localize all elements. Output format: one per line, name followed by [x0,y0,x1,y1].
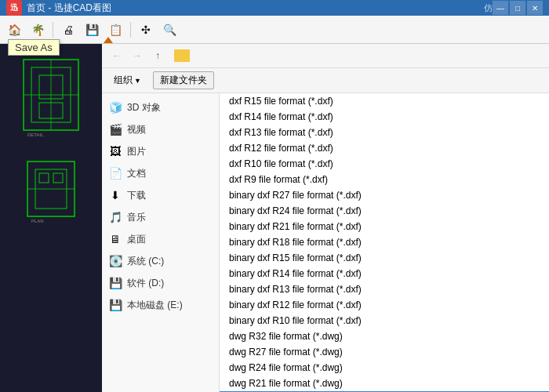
close-button[interactable]: ✕ [527,1,543,15]
file-list[interactable]: dxf R15 file format (*.dxf)dxf R14 file … [220,93,549,392]
main-body: DETAIL PLAN ← → ↑ [0,44,549,392]
organize-chevron-icon: ▼ [134,77,141,85]
toolbar-separator [53,22,53,38]
current-folder-icon [174,49,190,62]
window-title: 首页 - 迅捷CAD看图 [27,2,478,15]
sidebar-item-3d[interactable]: 🧊 3D 对象 [102,96,219,118]
video-icon: 🎬 [108,122,122,136]
cad-drawing-top: DETAIL [12,52,90,138]
file-list-item[interactable]: dxf R10 file format (*.dxf) [220,156,549,172]
forward-button[interactable]: → [129,47,146,64]
app-icon: 迅 [6,0,22,16]
nav-bar: ← → ↑ [102,44,549,68]
file-list-item[interactable]: binary dxf R13 file format (*.dxf) [220,281,549,297]
up-button[interactable]: ↑ [149,47,166,64]
file-list-item[interactable]: dwg R21 file format (*.dwg) [220,376,549,391]
file-list-item[interactable]: dwg R27 file format (*.dwg) [220,344,549,360]
cad-drawing-bottom: PLAN [12,154,90,224]
file-list-item[interactable]: binary dxf R27 file format (*.dxf) [220,187,549,203]
title-buttons: — □ ✕ [493,1,543,15]
new-folder-button[interactable]: 新建文件夹 [153,71,214,89]
toolbar-separator2 [130,22,131,38]
download-icon: ⬇ [108,188,122,202]
home-button[interactable]: 🏠 [3,19,25,41]
file-list-item[interactable]: binary dxf R12 file format (*.dxf) [220,297,549,313]
sidebar-item-system-c[interactable]: 💽 系统 (C:) [102,250,219,272]
move-button[interactable]: ✣ [135,19,157,41]
sidebar-item-document[interactable]: 📄 文档 [102,162,219,184]
picture-icon: 🖼 [108,144,122,158]
svg-text:DETAIL: DETAIL [27,132,44,137]
disk-c-icon: 💽 [108,254,122,268]
file-list-item[interactable]: binary dxf R24 file format (*.dxf) [220,203,549,219]
file-list-item[interactable]: binary dxf R18 file format (*.dxf) [220,234,549,250]
desktop-icon: 🖥 [108,232,122,246]
cube-icon: 🧊 [108,100,122,114]
action-bar: 组织 ▼ 新建文件夹 [102,68,549,93]
main-window: 迅 首页 - 迅捷CAD看图 仿 — □ ✕ 🏠 🌴 🖨 💾 📋 ✣ 🔍 Sav… [0,0,549,392]
file-list-item[interactable]: binary dxf R10 file format (*.dxf) [220,313,549,328]
disk-d-icon: 💾 [108,276,122,290]
file-list-item[interactable]: dxf R13 file format (*.dxf) [220,125,549,140]
disk-e-icon: 💾 [108,298,122,312]
sim-label: 仿 [484,2,493,14]
sidebar-item-soft-d[interactable]: 💾 软件 (D:) [102,272,219,294]
organize-dropdown[interactable]: 组织 ▼ [108,71,147,89]
print-button[interactable]: 🖨 [57,19,79,41]
sidebar: 🧊 3D 对象 🎬 视频 🖼 图片 📄 文档 [102,93,220,392]
sidebar-item-picture[interactable]: 🖼 图片 [102,140,219,162]
file-list-item[interactable]: dxf R12 file format (*.dxf) [220,140,549,156]
file-list-item[interactable]: dxf R9 file format (*.dxf) [220,172,549,187]
minimize-button[interactable]: — [493,1,508,15]
titlebar: 迅 首页 - 迅捷CAD看图 仿 — □ ✕ [0,0,549,16]
dialog-area: ← → ↑ 组织 ▼ 新建文件夹 [102,44,549,392]
zoom-button[interactable]: 🔍 [158,19,180,41]
toolbar: 🏠 🌴 🖨 💾 📋 ✣ 🔍 [0,16,549,44]
sidebar-item-download[interactable]: ⬇ 下载 [102,184,219,206]
maximize-button[interactable]: □ [510,1,525,15]
save-button[interactable]: 💾 [81,19,103,41]
file-list-item[interactable]: binary dxf R14 file format (*.dxf) [220,266,549,281]
sidebar-item-local-e[interactable]: 💾 本地磁盘 (E:) [102,294,219,316]
sidebar-item-video[interactable]: 🎬 视频 [102,118,219,140]
file-list-item[interactable]: binary dxf R15 file format (*.dxf) [220,250,549,266]
file-list-item[interactable]: dwg R32 file format (*.dwg) [220,328,549,344]
sidebar-item-desktop[interactable]: 🖥 桌面 [102,228,219,250]
svg-text:PLAN: PLAN [31,219,44,223]
tree-button[interactable]: 🌴 [27,19,49,41]
file-list-item[interactable]: dxf R14 file format (*.dxf) [220,109,549,125]
file-list-item[interactable]: binary dxf R21 file format (*.dxf) [220,219,549,234]
back-button[interactable]: ← [108,47,125,64]
content-area: 🧊 3D 对象 🎬 视频 🖼 图片 📄 文档 [102,93,549,392]
music-icon: 🎵 [108,210,122,224]
cad-canvas: DETAIL PLAN [0,44,102,392]
sidebar-item-music[interactable]: 🎵 音乐 [102,206,219,228]
saveas-label: Save As [8,39,60,56]
svg-rect-9 [39,173,49,183]
svg-rect-10 [53,173,63,183]
saveas-arrow [104,37,113,43]
file-list-item[interactable]: dxf R15 file format (*.dxf) [220,93,549,109]
file-list-item[interactable]: dwg R24 file format (*.dwg) [220,360,549,376]
document-icon: 📄 [108,166,122,180]
